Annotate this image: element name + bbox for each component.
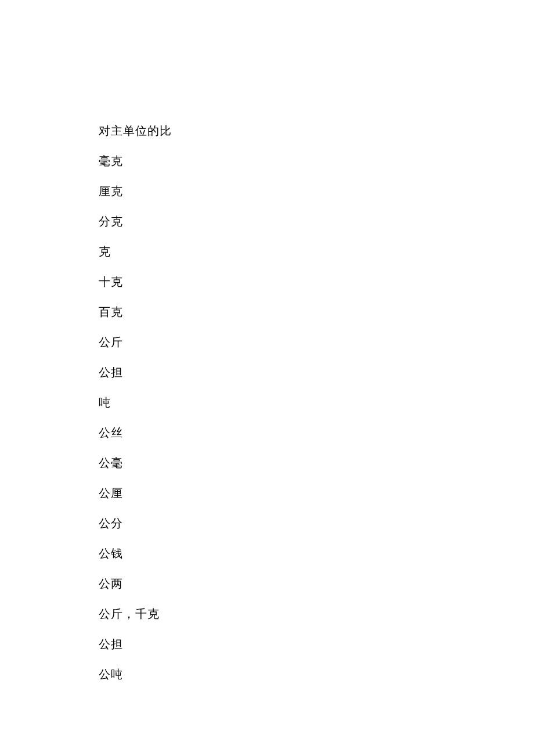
- text-line: 公担: [99, 366, 435, 378]
- document-content: 对主单位的比 毫克 厘克 分克 克 十克 百克 公斤 公担 吨 公丝 公毫 公厘…: [99, 125, 435, 699]
- text-line: 公厘: [99, 487, 435, 499]
- text-line: 公斤，千克: [99, 608, 435, 620]
- text-line: 对主单位的比: [99, 125, 435, 136]
- text-line: 公两: [99, 578, 435, 589]
- text-line: 克: [99, 246, 435, 257]
- text-line: 厘克: [99, 185, 435, 197]
- text-line: 毫克: [99, 155, 435, 167]
- text-line: 公分: [99, 517, 435, 529]
- text-line: 十克: [99, 276, 435, 287]
- text-line: 公丝: [99, 427, 435, 438]
- text-line: 公毫: [99, 457, 435, 469]
- text-line: 公钱: [99, 548, 435, 559]
- text-line: 公担: [99, 638, 435, 650]
- text-line: 公斤: [99, 336, 435, 348]
- text-line: 吨: [99, 397, 435, 408]
- text-line: 分克: [99, 215, 435, 227]
- text-line: 百克: [99, 306, 435, 318]
- text-line: 公吨: [99, 668, 435, 680]
